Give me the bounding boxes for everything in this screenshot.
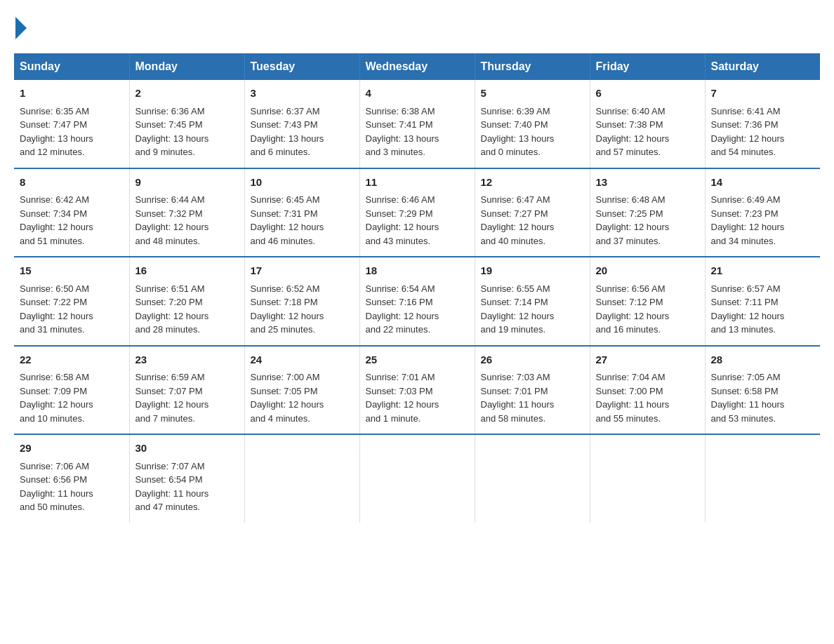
header-thursday: Thursday bbox=[475, 53, 590, 80]
calendar-day-cell: 24Sunrise: 7:00 AM Sunset: 7:05 PM Dayli… bbox=[244, 346, 359, 435]
day-info: Sunrise: 6:49 AM Sunset: 7:23 PM Dayligh… bbox=[711, 193, 815, 248]
header-sunday: Sunday bbox=[14, 53, 129, 80]
calendar-week-5: 29Sunrise: 7:06 AM Sunset: 6:56 PM Dayli… bbox=[14, 434, 820, 523]
calendar-day-cell: 8Sunrise: 6:42 AM Sunset: 7:34 PM Daylig… bbox=[14, 168, 129, 257]
day-number: 10 bbox=[251, 175, 354, 191]
calendar-day-cell: 23Sunrise: 6:59 AM Sunset: 7:07 PM Dayli… bbox=[129, 346, 244, 435]
calendar-day-cell: 3Sunrise: 6:37 AM Sunset: 7:43 PM Daylig… bbox=[244, 80, 359, 168]
day-info: Sunrise: 6:59 AM Sunset: 7:07 PM Dayligh… bbox=[135, 370, 239, 425]
calendar-week-2: 8Sunrise: 6:42 AM Sunset: 7:34 PM Daylig… bbox=[14, 168, 820, 257]
calendar-day-cell: 4Sunrise: 6:38 AM Sunset: 7:41 PM Daylig… bbox=[359, 80, 475, 168]
calendar-day-cell bbox=[705, 434, 820, 523]
calendar-day-cell: 13Sunrise: 6:48 AM Sunset: 7:25 PM Dayli… bbox=[590, 168, 705, 257]
day-number: 4 bbox=[366, 86, 469, 102]
day-number: 21 bbox=[711, 263, 815, 279]
day-info: Sunrise: 6:46 AM Sunset: 7:29 PM Dayligh… bbox=[366, 193, 469, 248]
day-number: 22 bbox=[20, 352, 124, 368]
calendar-day-cell: 20Sunrise: 6:56 AM Sunset: 7:12 PM Dayli… bbox=[590, 257, 705, 346]
calendar-day-cell: 2Sunrise: 6:36 AM Sunset: 7:45 PM Daylig… bbox=[129, 80, 244, 168]
day-number: 15 bbox=[20, 263, 124, 279]
calendar-table: SundayMondayTuesdayWednesdayThursdayFrid… bbox=[14, 53, 820, 523]
calendar-day-cell: 11Sunrise: 6:46 AM Sunset: 7:29 PM Dayli… bbox=[359, 168, 475, 257]
day-info: Sunrise: 6:39 AM Sunset: 7:40 PM Dayligh… bbox=[481, 105, 584, 159]
day-info: Sunrise: 7:07 AM Sunset: 6:54 PM Dayligh… bbox=[135, 459, 239, 514]
calendar-day-cell: 1Sunrise: 6:35 AM Sunset: 7:47 PM Daylig… bbox=[14, 80, 129, 168]
day-info: Sunrise: 7:04 AM Sunset: 7:00 PM Dayligh… bbox=[596, 370, 699, 425]
day-info: Sunrise: 6:40 AM Sunset: 7:38 PM Dayligh… bbox=[596, 105, 699, 159]
day-info: Sunrise: 6:51 AM Sunset: 7:20 PM Dayligh… bbox=[135, 282, 239, 337]
day-number: 18 bbox=[366, 263, 469, 279]
calendar-day-cell: 14Sunrise: 6:49 AM Sunset: 7:23 PM Dayli… bbox=[705, 168, 820, 257]
day-info: Sunrise: 6:55 AM Sunset: 7:14 PM Dayligh… bbox=[481, 282, 584, 337]
day-number: 29 bbox=[20, 441, 124, 457]
day-number: 20 bbox=[596, 263, 699, 279]
day-number: 1 bbox=[20, 86, 124, 102]
day-number: 3 bbox=[251, 86, 354, 102]
calendar-day-cell: 29Sunrise: 7:06 AM Sunset: 6:56 PM Dayli… bbox=[14, 434, 129, 523]
logo-triangle-icon bbox=[15, 17, 27, 39]
header-wednesday: Wednesday bbox=[359, 53, 475, 80]
day-info: Sunrise: 6:37 AM Sunset: 7:43 PM Dayligh… bbox=[251, 105, 354, 159]
calendar-day-cell: 19Sunrise: 6:55 AM Sunset: 7:14 PM Dayli… bbox=[475, 257, 590, 346]
calendar-day-cell: 21Sunrise: 6:57 AM Sunset: 7:11 PM Dayli… bbox=[705, 257, 820, 346]
calendar-day-cell bbox=[475, 434, 590, 523]
header-friday: Friday bbox=[590, 53, 705, 80]
day-info: Sunrise: 7:03 AM Sunset: 7:01 PM Dayligh… bbox=[481, 370, 584, 425]
day-number: 30 bbox=[135, 441, 239, 457]
day-number: 11 bbox=[366, 175, 469, 191]
day-number: 24 bbox=[251, 352, 354, 368]
calendar-day-cell: 12Sunrise: 6:47 AM Sunset: 7:27 PM Dayli… bbox=[475, 168, 590, 257]
day-info: Sunrise: 6:48 AM Sunset: 7:25 PM Dayligh… bbox=[596, 193, 699, 248]
day-info: Sunrise: 7:01 AM Sunset: 7:03 PM Dayligh… bbox=[366, 370, 469, 425]
day-number: 6 bbox=[596, 86, 699, 102]
day-number: 23 bbox=[135, 352, 239, 368]
day-number: 19 bbox=[481, 263, 584, 279]
day-number: 13 bbox=[596, 175, 699, 191]
day-info: Sunrise: 6:52 AM Sunset: 7:18 PM Dayligh… bbox=[251, 282, 354, 337]
day-number: 26 bbox=[481, 352, 584, 368]
day-info: Sunrise: 6:36 AM Sunset: 7:45 PM Dayligh… bbox=[135, 105, 239, 159]
day-number: 14 bbox=[711, 175, 815, 191]
header-tuesday: Tuesday bbox=[244, 53, 359, 80]
day-info: Sunrise: 6:41 AM Sunset: 7:36 PM Dayligh… bbox=[711, 105, 815, 159]
calendar-day-cell: 18Sunrise: 6:54 AM Sunset: 7:16 PM Dayli… bbox=[359, 257, 475, 346]
day-info: Sunrise: 6:38 AM Sunset: 7:41 PM Dayligh… bbox=[366, 105, 469, 159]
logo bbox=[14, 14, 28, 39]
day-number: 25 bbox=[366, 352, 469, 368]
day-info: Sunrise: 6:58 AM Sunset: 7:09 PM Dayligh… bbox=[20, 370, 124, 425]
day-info: Sunrise: 7:00 AM Sunset: 7:05 PM Dayligh… bbox=[251, 370, 354, 425]
day-number: 5 bbox=[481, 86, 584, 102]
header-monday: Monday bbox=[129, 53, 244, 80]
day-number: 16 bbox=[135, 263, 239, 279]
calendar-day-cell: 9Sunrise: 6:44 AM Sunset: 7:32 PM Daylig… bbox=[129, 168, 244, 257]
calendar-day-cell: 27Sunrise: 7:04 AM Sunset: 7:00 PM Dayli… bbox=[590, 346, 705, 435]
day-info: Sunrise: 7:06 AM Sunset: 6:56 PM Dayligh… bbox=[20, 459, 124, 514]
day-info: Sunrise: 7:05 AM Sunset: 6:58 PM Dayligh… bbox=[711, 370, 815, 425]
day-info: Sunrise: 6:42 AM Sunset: 7:34 PM Dayligh… bbox=[20, 193, 124, 248]
day-number: 9 bbox=[135, 175, 239, 191]
calendar-day-cell: 22Sunrise: 6:58 AM Sunset: 7:09 PM Dayli… bbox=[14, 346, 129, 435]
calendar-day-cell: 16Sunrise: 6:51 AM Sunset: 7:20 PM Dayli… bbox=[129, 257, 244, 346]
day-info: Sunrise: 6:44 AM Sunset: 7:32 PM Dayligh… bbox=[135, 193, 239, 248]
day-number: 8 bbox=[20, 175, 124, 191]
day-info: Sunrise: 6:56 AM Sunset: 7:12 PM Dayligh… bbox=[596, 282, 699, 337]
day-number: 7 bbox=[711, 86, 815, 102]
calendar-week-4: 22Sunrise: 6:58 AM Sunset: 7:09 PM Dayli… bbox=[14, 346, 820, 435]
calendar-day-cell: 30Sunrise: 7:07 AM Sunset: 6:54 PM Dayli… bbox=[129, 434, 244, 523]
day-number: 12 bbox=[481, 175, 584, 191]
calendar-day-cell bbox=[590, 434, 705, 523]
calendar-day-cell bbox=[359, 434, 475, 523]
calendar-week-3: 15Sunrise: 6:50 AM Sunset: 7:22 PM Dayli… bbox=[14, 257, 820, 346]
day-info: Sunrise: 6:50 AM Sunset: 7:22 PM Dayligh… bbox=[20, 282, 124, 337]
day-info: Sunrise: 6:45 AM Sunset: 7:31 PM Dayligh… bbox=[251, 193, 354, 248]
header-saturday: Saturday bbox=[705, 53, 820, 80]
day-info: Sunrise: 6:57 AM Sunset: 7:11 PM Dayligh… bbox=[711, 282, 815, 337]
calendar-day-cell: 28Sunrise: 7:05 AM Sunset: 6:58 PM Dayli… bbox=[705, 346, 820, 435]
calendar-day-cell: 10Sunrise: 6:45 AM Sunset: 7:31 PM Dayli… bbox=[244, 168, 359, 257]
day-info: Sunrise: 6:35 AM Sunset: 7:47 PM Dayligh… bbox=[20, 105, 124, 159]
day-number: 28 bbox=[711, 352, 815, 368]
calendar-day-cell: 17Sunrise: 6:52 AM Sunset: 7:18 PM Dayli… bbox=[244, 257, 359, 346]
day-number: 2 bbox=[135, 86, 239, 102]
calendar-day-cell: 26Sunrise: 7:03 AM Sunset: 7:01 PM Dayli… bbox=[475, 346, 590, 435]
calendar-day-cell bbox=[244, 434, 359, 523]
